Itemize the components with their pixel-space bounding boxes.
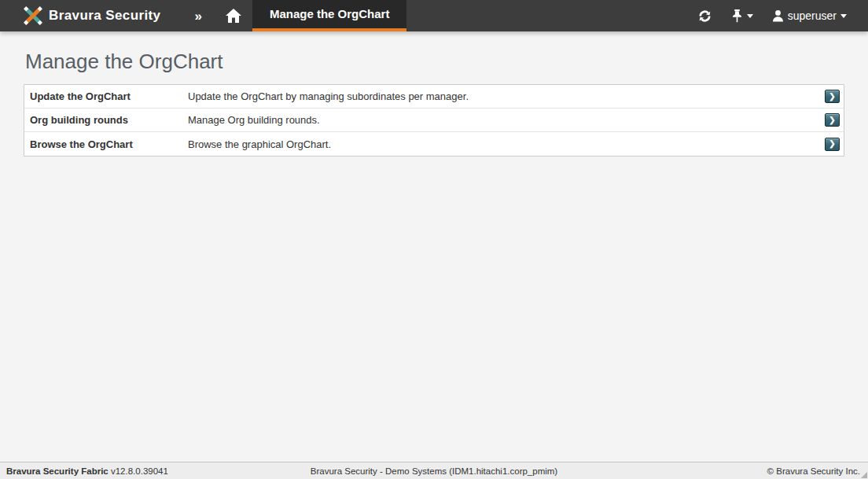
top-navbar: Bravura Security » Manage the OrgChart	[0, 0, 868, 31]
copyright-notice: © Bravura Security Inc.	[767, 466, 868, 476]
open-arrow-button[interactable]: ❯	[825, 138, 840, 151]
chevron-down-icon	[747, 14, 753, 18]
active-tab-label: Manage the OrgChart	[270, 7, 390, 20]
menu-item-description: Manage Org building rounds.	[188, 114, 825, 126]
tab-manage-the-orgchart[interactable]: Manage the OrgChart	[252, 0, 407, 31]
status-footer: Bravura Security Fabric v12.8.0.39041 Br…	[0, 462, 868, 479]
page-title: Manage the OrgChart	[25, 50, 868, 74]
orgchart-menu-panel: Update the OrgChart Update the OrgChart …	[24, 84, 844, 157]
pin-menu-button[interactable]	[731, 9, 753, 24]
open-arrow-button[interactable]: ❯	[825, 90, 840, 103]
open-arrow-button[interactable]: ❯	[825, 113, 840, 127]
refresh-button[interactable]	[697, 9, 712, 24]
chevron-down-icon	[840, 14, 847, 18]
menu-item-description: Update the OrgChart by managing subordin…	[188, 90, 825, 102]
home-icon	[225, 8, 242, 24]
menu-row-update-the-orgchart[interactable]: Update the OrgChart Update the OrgChart …	[24, 85, 844, 109]
product-name: Bravura Security Fabric	[6, 466, 108, 476]
product-version: Bravura Security Fabric v12.8.0.39041	[0, 466, 168, 476]
brand-logo[interactable]: Bravura Security	[0, 0, 160, 31]
menu-row-browse-the-orgchart[interactable]: Browse the OrgChart Browse the graphical…	[24, 132, 844, 156]
user-menu-button[interactable]: superuser	[772, 9, 847, 22]
menu-item-label: Update the OrgChart	[24, 90, 188, 102]
pushpin-icon	[731, 9, 743, 24]
bravura-logo-icon	[23, 6, 43, 26]
refresh-icon	[697, 9, 712, 24]
menu-item-label: Browse the OrgChart	[24, 138, 188, 150]
breadcrumb-expand-chevron[interactable]: »	[194, 9, 201, 23]
menu-item-label: Org building rounds	[24, 114, 188, 126]
menu-item-description: Browse the graphical OrgChart.	[188, 138, 825, 150]
username-label: superuser	[788, 9, 837, 22]
product-version-number: v12.8.0.39041	[111, 466, 168, 476]
arrow-right-icon: ❯	[829, 116, 835, 124]
home-button[interactable]	[225, 8, 242, 24]
menu-row-org-building-rounds[interactable]: Org building rounds Manage Org building …	[24, 109, 844, 132]
brand-name: Bravura Security	[49, 8, 160, 24]
arrow-right-icon: ❯	[829, 93, 835, 101]
user-icon	[772, 9, 784, 22]
arrow-right-icon: ❯	[829, 140, 835, 148]
navbar-right-actions: superuser	[679, 0, 868, 31]
